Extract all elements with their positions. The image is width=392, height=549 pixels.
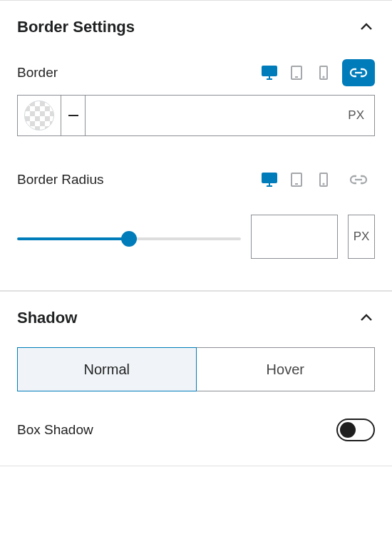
toggle-knob — [340, 422, 356, 438]
svg-point-6 — [323, 76, 324, 77]
svg-rect-0 — [262, 66, 277, 76]
desktop-icon[interactable] — [261, 64, 278, 81]
svg-point-14 — [323, 183, 324, 184]
link-values-button[interactable] — [342, 59, 375, 86]
border-radius-unit[interactable]: PX — [348, 215, 375, 259]
border-radius-input[interactable] — [251, 215, 338, 259]
chevron-up-icon — [358, 19, 375, 36]
border-unit-label: PX — [348, 108, 364, 123]
desktop-icon[interactable] — [261, 171, 278, 188]
transparent-swatch — [24, 101, 54, 130]
box-shadow-toggle[interactable] — [336, 419, 375, 441]
mobile-icon[interactable] — [315, 171, 332, 188]
shadow-title: Shadow — [17, 309, 77, 327]
chevron-up-icon — [358, 309, 375, 327]
link-values-button[interactable] — [342, 166, 375, 193]
svg-rect-8 — [262, 173, 277, 183]
border-radius-slider[interactable] — [17, 237, 241, 240]
tablet-icon[interactable] — [288, 64, 305, 81]
mobile-icon[interactable] — [315, 64, 332, 81]
shadow-state-tabs: Normal Hover — [17, 347, 375, 391]
border-input-group: PX — [17, 95, 375, 136]
tablet-icon[interactable] — [288, 171, 305, 188]
box-shadow-label: Box Shadow — [17, 422, 93, 438]
border-label: Border — [17, 65, 58, 81]
border-settings-header[interactable]: Border Settings — [17, 1, 375, 49]
border-radius-label: Border Radius — [17, 172, 103, 188]
tab-normal[interactable]: Normal — [17, 347, 197, 391]
border-color-picker[interactable] — [17, 95, 61, 136]
border-settings-title: Border Settings — [17, 18, 135, 36]
shadow-header[interactable]: Shadow — [17, 292, 375, 340]
tab-hover[interactable]: Hover — [197, 347, 376, 391]
border-width-input[interactable]: PX — [86, 95, 375, 136]
border-style-selector[interactable] — [61, 95, 86, 136]
